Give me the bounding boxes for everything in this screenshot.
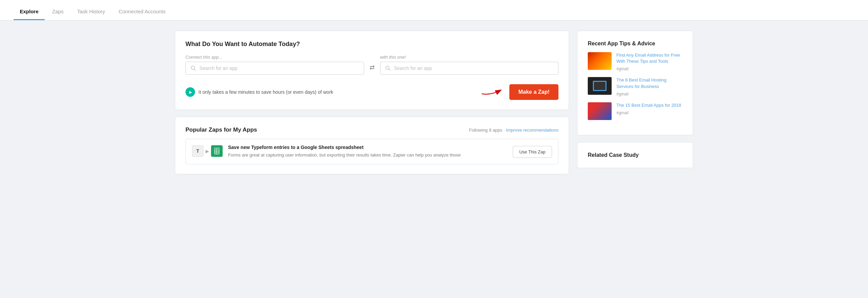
tip-tag-3: #gmail xyxy=(616,110,628,115)
tip-content-3: The 15 Best Email Apps for 2018 #gmail xyxy=(616,102,681,116)
following-text: Following 8 apps · xyxy=(469,128,506,133)
tip-link-3[interactable]: The 15 Best Email Apps for 2018 xyxy=(616,102,681,108)
popular-zaps-card: Popular Zaps for My Apps Following 8 app… xyxy=(175,117,569,174)
related-case-card: Related Case Study xyxy=(577,142,693,168)
zap-item: T ▶ Save new Typeform en xyxy=(185,139,558,164)
info-text: It only takes a few minutes to save hour… xyxy=(198,89,333,95)
arrow-cta: Make a Zap! xyxy=(480,84,558,100)
tab-explore[interactable]: Explore xyxy=(14,3,45,20)
search-icon-2 xyxy=(385,65,391,71)
swap-icon[interactable]: ⇄ xyxy=(370,64,375,71)
typeform-icon: T xyxy=(192,145,204,157)
tip-tag-1: #gmail xyxy=(616,66,628,71)
tab-connected-accounts[interactable]: Connected Accounts xyxy=(113,3,172,20)
zap-info: Save new Typeform entries to a Google Sh… xyxy=(228,145,507,159)
tips-title: Recent App Tips & Advice xyxy=(588,41,683,47)
tip-link-1[interactable]: Find Any Email Address for Free With The… xyxy=(616,52,683,64)
svg-rect-5 xyxy=(214,148,219,154)
search-app-2[interactable]: Search for an app xyxy=(380,62,559,75)
search-placeholder-1: Search for an app xyxy=(199,65,237,71)
tip-item-1: Find Any Email Address for Free With The… xyxy=(588,52,683,72)
tip-item-3: The 15 Best Email Apps for 2018 #gmail xyxy=(588,102,683,120)
connect-label: Connect this app... xyxy=(185,55,364,60)
popular-meta: Following 8 apps · Improve recommendatio… xyxy=(469,128,558,133)
automate-title: What Do You Want to Automate Today? xyxy=(185,41,558,48)
sheets-icon xyxy=(211,145,223,157)
search-app-1[interactable]: Search for an app xyxy=(185,62,364,75)
tips-card: Recent App Tips & Advice Find Any Email … xyxy=(577,31,693,135)
svg-line-1 xyxy=(194,69,196,71)
improve-recommendations-link[interactable]: Improve recommendations xyxy=(506,128,558,133)
use-zap-button[interactable]: Use This Zap xyxy=(513,146,552,158)
with-app-group: with this one! Search for an app xyxy=(380,55,559,75)
tip-thumb-2 xyxy=(588,77,612,95)
arrow-icon xyxy=(480,87,504,97)
zap-arrow-icon: ▶ xyxy=(206,149,209,154)
make-zap-button[interactable]: Make a Zap! xyxy=(509,84,558,100)
tip-content-1: Find Any Email Address for Free With The… xyxy=(616,52,683,72)
search-placeholder-2: Search for an app xyxy=(394,65,432,71)
tip-thumb-1 xyxy=(588,52,612,70)
tip-item-2: The 8 Best Email Hosting Services for Bu… xyxy=(588,77,683,96)
popular-header: Popular Zaps for My Apps Following 8 app… xyxy=(185,126,558,133)
with-label: with this one! xyxy=(380,55,559,60)
related-case-title: Related Case Study xyxy=(588,152,683,158)
tab-zaps[interactable]: Zaps xyxy=(46,3,70,20)
popular-zaps-title: Popular Zaps for My Apps xyxy=(185,126,257,133)
zap-icons: T ▶ xyxy=(192,145,223,157)
tip-link-2[interactable]: The 8 Best Email Hosting Services for Bu… xyxy=(616,77,683,89)
svg-line-3 xyxy=(389,69,390,71)
info-row: It only takes a few minutes to save hour… xyxy=(185,87,333,97)
zap-description: Forms are great at capturing user inform… xyxy=(228,152,507,159)
tip-thumb-3 xyxy=(588,102,612,120)
tip-tag-2: #gmail xyxy=(616,92,628,96)
connect-app-group: Connect this app... Search for an app xyxy=(185,55,364,75)
play-icon xyxy=(185,87,195,97)
automate-card: What Do You Want to Automate Today? Conn… xyxy=(175,31,569,110)
zap-title: Save new Typeform entries to a Google Sh… xyxy=(228,145,507,150)
tip-thumb-2-inner xyxy=(593,81,607,91)
search-icon-1 xyxy=(191,65,196,71)
tip-content-2: The 8 Best Email Hosting Services for Bu… xyxy=(616,77,683,96)
tab-task-history[interactable]: Task History xyxy=(71,3,111,20)
nav-bar: Explore Zaps Task History Connected Acco… xyxy=(0,0,868,20)
